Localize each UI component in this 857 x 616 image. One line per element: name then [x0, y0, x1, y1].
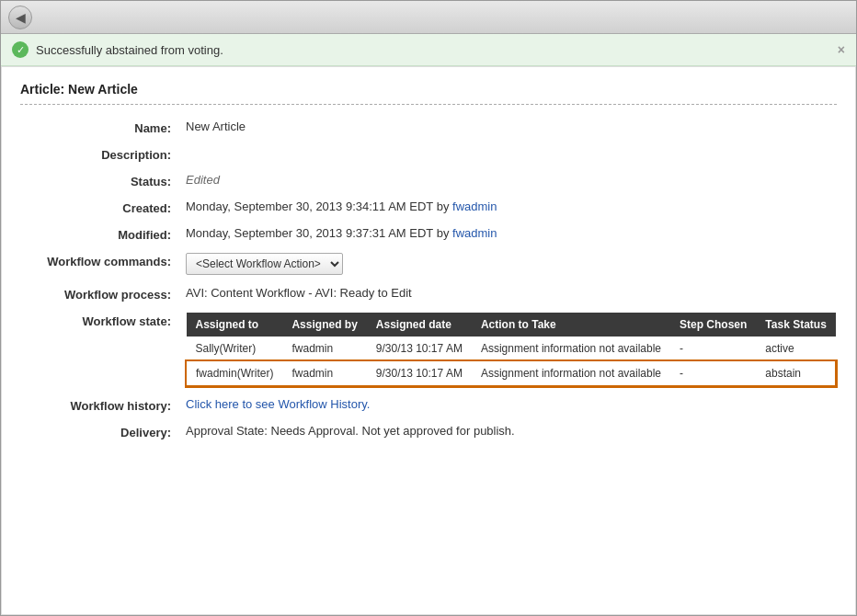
workflow-state-value: Assigned to Assigned by Assigned date Ac…	[186, 313, 836, 386]
col-task-status: Task Status	[756, 313, 835, 337]
status-label: Status:	[20, 173, 186, 188]
created-row: Created: Monday, September 30, 2013 9:34…	[20, 200, 837, 215]
status-value: Edited	[186, 173, 220, 187]
back-button[interactable]: ◀	[8, 6, 32, 29]
col-assigned-by: Assigned by	[282, 313, 366, 337]
workflow-process-value: AVI: Content Workflow - AVI: Ready to Ed…	[186, 286, 412, 300]
created-label: Created:	[20, 200, 186, 215]
col-assigned-date: Assigned date	[367, 313, 472, 337]
status-row: Status: Edited	[20, 173, 837, 188]
page-title: Article: New Article	[20, 82, 837, 97]
created-text: Monday, September 30, 2013 9:34:11 AM ED…	[186, 200, 452, 213]
back-icon: ◀	[16, 10, 26, 25]
notification-left: ✓ Successfully abstained from voting.	[12, 41, 223, 58]
table-cell: 9/30/13 10:17 AM	[367, 361, 472, 386]
delivery-label: Delivery:	[20, 424, 186, 439]
modified-user-link[interactable]: fwadmin	[452, 226, 497, 240]
table-cell: active	[756, 337, 835, 361]
created-user-link[interactable]: fwadmin	[452, 200, 497, 213]
workflow-action-select[interactable]: <Select Workflow Action>	[186, 253, 343, 275]
workflow-table-head: Assigned to Assigned by Assigned date Ac…	[187, 313, 836, 337]
table-cell: Assignment information not available	[472, 337, 670, 361]
success-icon: ✓	[12, 41, 29, 58]
notification-text: Successfully abstained from voting.	[36, 43, 223, 57]
description-row: Description:	[20, 146, 837, 162]
workflow-commands-row: Workflow commands: <Select Workflow Acti…	[20, 253, 837, 275]
table-row: fwadmin(Writer)fwadmin9/30/13 10:17 AMAs…	[187, 361, 836, 386]
table-cell: Assignment information not available	[472, 361, 670, 386]
titlebar: ◀	[1, 1, 856, 34]
modified-text: Monday, September 30, 2013 9:37:31 AM ED…	[186, 226, 452, 240]
delivery-row: Delivery: Approval State: Needs Approval…	[20, 424, 837, 439]
workflow-table: Assigned to Assigned by Assigned date Ac…	[186, 313, 836, 386]
workflow-table-body: Sally(Writer)fwadmin9/30/13 10:17 AMAssi…	[187, 337, 836, 386]
col-assigned-to: Assigned to	[187, 313, 283, 337]
workflow-state-row: Workflow state: Assigned to Assigned by …	[20, 313, 837, 386]
table-cell: 9/30/13 10:17 AM	[367, 337, 472, 361]
name-row: Name: New Article	[20, 120, 837, 135]
name-label: Name:	[20, 120, 186, 135]
modified-value: Monday, September 30, 2013 9:37:31 AM ED…	[186, 226, 497, 240]
workflow-table-header-row: Assigned to Assigned by Assigned date Ac…	[187, 313, 836, 337]
content-area: Article: New Article Name: New Article D…	[1, 66, 856, 615]
workflow-state-label: Workflow state:	[20, 313, 186, 328]
close-notification-button[interactable]: ×	[838, 42, 845, 57]
workflow-history-link[interactable]: Click here to see Workflow History.	[186, 397, 370, 411]
table-cell: -	[670, 337, 756, 361]
col-action: Action to Take	[472, 313, 670, 337]
table-row: Sally(Writer)fwadmin9/30/13 10:17 AMAssi…	[187, 337, 836, 361]
description-label: Description:	[20, 146, 186, 162]
notification-bar: ✓ Successfully abstained from voting. ×	[1, 34, 856, 66]
workflow-process-row: Workflow process: AVI: Content Workflow …	[20, 286, 837, 302]
table-cell: Sally(Writer)	[187, 337, 283, 361]
delivery-value: Approval State: Needs Approval. Not yet …	[186, 424, 515, 438]
workflow-process-label: Workflow process:	[20, 286, 186, 302]
table-cell: abstain	[756, 361, 835, 386]
workflow-history-label: Workflow history:	[20, 397, 186, 413]
main-window: ◀ ✓ Successfully abstained from voting. …	[0, 0, 857, 616]
workflow-commands-value: <Select Workflow Action>	[186, 253, 343, 275]
table-cell: fwadmin	[282, 337, 366, 361]
workflow-history-value: Click here to see Workflow History.	[186, 397, 370, 411]
modified-row: Modified: Monday, September 30, 2013 9:3…	[20, 226, 837, 242]
workflow-history-row: Workflow history: Click here to see Work…	[20, 397, 837, 413]
modified-label: Modified:	[20, 226, 186, 242]
table-cell: fwadmin(Writer)	[187, 361, 283, 386]
table-cell: fwadmin	[282, 361, 366, 386]
divider	[20, 104, 837, 105]
col-step-chosen: Step Chosen	[670, 313, 756, 337]
table-cell: -	[670, 361, 756, 386]
name-value: New Article	[186, 120, 246, 133]
created-value: Monday, September 30, 2013 9:34:11 AM ED…	[186, 200, 497, 213]
workflow-commands-label: Workflow commands:	[20, 253, 186, 268]
